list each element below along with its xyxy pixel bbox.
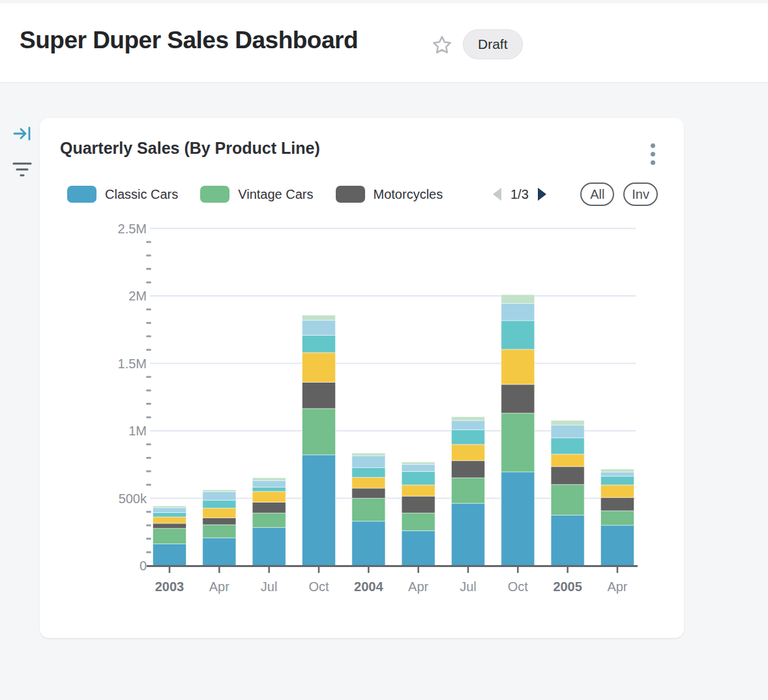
inv-button[interactable]: Inv xyxy=(623,182,658,206)
bar-segment[interactable] xyxy=(203,501,236,508)
bar-segment[interactable] xyxy=(252,478,286,480)
legend-item-motorcycles[interactable]: Motorcycles xyxy=(336,186,443,203)
x-axis-tick-label: Jul xyxy=(460,579,477,594)
bar-segment[interactable] xyxy=(600,476,634,485)
bar-segment[interactable] xyxy=(302,353,335,383)
x-axis-tick-label: 2003 xyxy=(155,579,185,594)
bar-segment[interactable] xyxy=(451,478,484,503)
bar-jul-6[interactable] xyxy=(451,416,484,566)
legend-prev-button[interactable] xyxy=(492,187,502,201)
bar-segment[interactable] xyxy=(352,477,385,488)
bar-segment[interactable] xyxy=(451,503,484,566)
bar-segment[interactable] xyxy=(252,527,286,566)
bar-segment[interactable] xyxy=(451,430,484,445)
legend-pager: 1/3 xyxy=(492,184,547,204)
all-button[interactable]: All xyxy=(580,182,614,206)
legend-item-vintage-cars[interactable]: Vintage Cars xyxy=(200,186,313,203)
card-menu-button[interactable] xyxy=(643,140,662,168)
bar-segment[interactable] xyxy=(352,499,385,521)
bar-segment[interactable] xyxy=(402,485,435,496)
bar-segment[interactable] xyxy=(153,512,186,517)
bar-segment[interactable] xyxy=(551,425,584,438)
bar-segment[interactable] xyxy=(551,454,584,467)
bar-segment[interactable] xyxy=(551,515,584,566)
bar-segment[interactable] xyxy=(302,315,335,321)
bar-segment[interactable] xyxy=(402,531,435,566)
bar-segment[interactable] xyxy=(551,467,584,485)
bar-apr-9[interactable] xyxy=(600,469,634,566)
bar-segment[interactable] xyxy=(451,445,484,461)
bar-segment[interactable] xyxy=(153,529,186,544)
bar-segment[interactable] xyxy=(501,413,535,472)
bar-segment[interactable] xyxy=(252,513,286,527)
bar-segment[interactable] xyxy=(501,321,535,349)
favorite-star-icon[interactable] xyxy=(430,33,454,57)
filter-button[interactable] xyxy=(8,158,37,181)
bar-segment[interactable] xyxy=(153,544,186,566)
bar-segment[interactable] xyxy=(302,335,335,352)
bar-segment[interactable] xyxy=(352,456,385,467)
bar-segment[interactable] xyxy=(153,508,186,512)
bar-segment[interactable] xyxy=(153,506,186,508)
bar-segment[interactable] xyxy=(203,491,236,500)
bar-segment[interactable] xyxy=(352,521,385,566)
bar-segment[interactable] xyxy=(252,491,286,503)
bar-segment[interactable] xyxy=(402,465,435,472)
legend-item-classic-cars[interactable]: Classic Cars xyxy=(67,186,178,203)
bar-apr-1[interactable] xyxy=(203,489,236,566)
bar-segment[interactable] xyxy=(302,455,335,566)
bar-2003-0[interactable] xyxy=(153,506,186,566)
bar-oct-7[interactable] xyxy=(501,295,535,566)
stacked-bar-chart[interactable]: 0500k1M1.5M2M2.5M2003AprJulOct2004AprJul… xyxy=(40,209,684,613)
bar-segment[interactable] xyxy=(302,382,335,408)
bar-segment[interactable] xyxy=(402,496,435,513)
bar-segment[interactable] xyxy=(451,420,484,430)
legend-next-button[interactable] xyxy=(537,187,547,201)
bar-jul-2[interactable] xyxy=(252,478,286,566)
bar-segment[interactable] xyxy=(302,320,335,335)
bar-segment[interactable] xyxy=(551,420,584,425)
bar-2005-8[interactable] xyxy=(551,420,584,566)
bar-segment[interactable] xyxy=(551,484,584,515)
y-axis-tick-label: 500k xyxy=(119,491,147,506)
bar-segment[interactable] xyxy=(203,525,236,538)
bar-segment[interactable] xyxy=(501,303,535,320)
bar-segment[interactable] xyxy=(352,453,385,456)
bar-segment[interactable] xyxy=(501,472,535,566)
bar-segment[interactable] xyxy=(252,480,286,487)
y-axis-minor-tick xyxy=(146,471,151,473)
bar-segment[interactable] xyxy=(203,489,236,491)
bar-segment[interactable] xyxy=(600,511,634,525)
expand-panel-button[interactable] xyxy=(8,123,37,146)
bar-segment[interactable] xyxy=(352,488,385,499)
bar-segment[interactable] xyxy=(302,409,335,455)
bar-segment[interactable] xyxy=(203,538,236,566)
bar-segment[interactable] xyxy=(402,472,435,485)
bar-segment[interactable] xyxy=(252,487,286,491)
bar-segment[interactable] xyxy=(600,525,634,566)
bar-segment[interactable] xyxy=(252,503,286,514)
bar-segment[interactable] xyxy=(501,295,535,303)
bar-segment[interactable] xyxy=(600,497,634,510)
bar-segment[interactable] xyxy=(402,513,435,531)
y-axis-minor-tick xyxy=(146,416,151,418)
bar-segment[interactable] xyxy=(451,416,484,420)
y-axis-tick-label: 2M xyxy=(128,289,147,303)
bar-segment[interactable] xyxy=(501,349,535,385)
x-axis-tick-label: Apr xyxy=(408,579,428,594)
bar-segment[interactable] xyxy=(203,518,236,525)
bar-segment[interactable] xyxy=(600,472,634,476)
bar-oct-3[interactable] xyxy=(302,315,335,566)
bar-apr-5[interactable] xyxy=(402,462,435,566)
bar-segment[interactable] xyxy=(551,438,584,454)
bar-segment[interactable] xyxy=(153,517,186,523)
bar-segment[interactable] xyxy=(352,468,385,478)
bar-segment[interactable] xyxy=(203,508,236,518)
bar-segment[interactable] xyxy=(451,461,484,478)
bar-segment[interactable] xyxy=(501,385,535,413)
bar-segment[interactable] xyxy=(153,523,186,529)
bar-segment[interactable] xyxy=(600,469,634,472)
bar-segment[interactable] xyxy=(600,485,634,497)
bar-2004-4[interactable] xyxy=(352,453,385,566)
bar-segment[interactable] xyxy=(402,462,435,465)
